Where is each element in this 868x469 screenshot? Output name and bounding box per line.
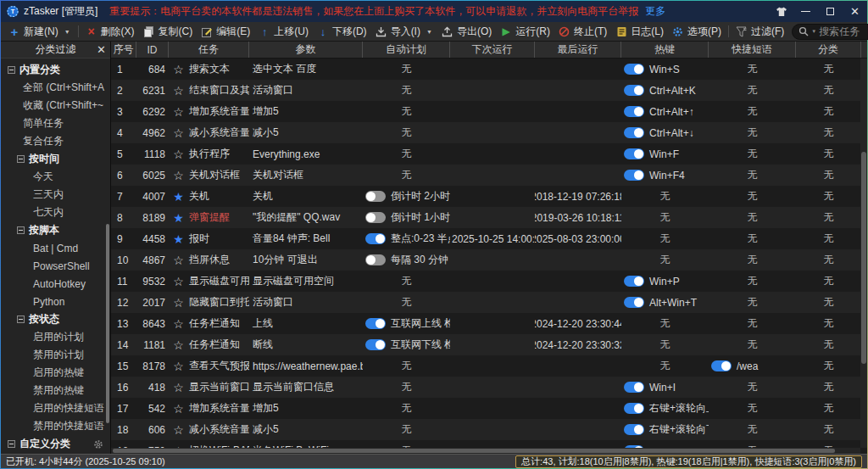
- plan-toggle[interactable]: [365, 318, 386, 329]
- star-outline-icon[interactable]: ☆: [172, 63, 185, 76]
- hotkey-toggle[interactable]: [624, 64, 644, 75]
- star-outline-icon[interactable]: ☆: [172, 402, 185, 416]
- task-row-2[interactable]: 26231☆结束窗口及其进...活动窗口无Ctrl+Alt+K无无: [111, 80, 867, 101]
- toolbar-export-button[interactable]: 导出(O): [437, 23, 496, 41]
- search-box[interactable]: ▼: [792, 24, 868, 40]
- hotkey-toggle[interactable]: [624, 170, 644, 181]
- task-row-6[interactable]: 66025☆关机对话框关机对话框无Win+F4无无: [111, 165, 867, 186]
- toolbar-stop-button[interactable]: 终止(T): [554, 23, 611, 41]
- toolbar-options-button[interactable]: 选项(P): [668, 23, 726, 41]
- task-row-13[interactable]: 138643☆任务栏通知上线互联网上线 检...2024-12-20 23:30…: [111, 313, 867, 334]
- column-header-id[interactable]: ID: [136, 42, 169, 58]
- collapse-minus-icon[interactable]: [17, 315, 25, 323]
- task-row-17[interactable]: 17542☆增加系统音量增加5无右键+滚轮向上无无: [111, 398, 867, 419]
- task-row-11[interactable]: 119532☆显示磁盘可用空...显示磁盘可用空间无Win+P无无: [111, 271, 867, 292]
- gear-icon[interactable]: [93, 439, 103, 449]
- star-outline-icon[interactable]: ☆: [172, 126, 185, 140]
- task-row-5[interactable]: 51118☆执行程序Everything.exe无Win+F无无: [111, 143, 867, 165]
- sidebar-item-今天[interactable]: 今天: [1, 168, 110, 186]
- sidebar-item-Bat | Cmd[interactable]: Bat | Cmd: [1, 239, 110, 257]
- sidebar-item-启用的快捷短语[interactable]: 启用的快捷短语: [1, 399, 110, 417]
- star-outline-icon[interactable]: ☆: [172, 338, 185, 352]
- plan-toggle[interactable]: [365, 254, 386, 265]
- star-outline-icon[interactable]: ☆: [172, 423, 185, 437]
- sidebar-item-全部 (Ctrl+Shift+A[interactable]: 全部 (Ctrl+Shift+A: [1, 79, 110, 97]
- star-outline-icon[interactable]: ☆: [172, 296, 185, 310]
- task-row-9[interactable]: 94458★报时音量84 钟声: Bell整点:0-23 半点:...2025-…: [111, 228, 867, 249]
- hotkey-toggle[interactable]: [624, 403, 644, 414]
- star-outline-icon[interactable]: ☆: [172, 169, 185, 182]
- plan-toggle[interactable]: [365, 233, 386, 244]
- sidebar-item-启用的计划[interactable]: 启用的计划: [1, 328, 110, 346]
- task-row-10[interactable]: 104867☆挡屏休息10分钟 可退出每隔 30 分钟无无无: [111, 249, 867, 271]
- sidebar-item-复合任务[interactable]: 复合任务: [1, 132, 110, 150]
- sidebar-item-PowserShell[interactable]: PowserShell: [1, 257, 110, 275]
- horizontal-scrollbar-thumb[interactable]: [113, 449, 835, 453]
- sidebar-item-禁用的热键[interactable]: 禁用的热键: [1, 382, 110, 399]
- star-outline-icon[interactable]: ☆: [172, 360, 185, 373]
- theme-button[interactable]: [769, 1, 793, 22]
- sidebar-item-收藏 (Ctrl+Shift+~[interactable]: 收藏 (Ctrl+Shift+~: [1, 97, 110, 114]
- collapse-minus-icon[interactable]: [17, 226, 25, 234]
- task-row-4[interactable]: 44962☆减小系统音量减小5无Ctrl+Alt+↓无无: [111, 122, 867, 143]
- star-outline-icon[interactable]: ☆: [172, 254, 185, 267]
- task-row-14[interactable]: 141181☆任务栏通知断线互联网下线 检...2024-12-20 23:30…: [111, 334, 867, 355]
- phrase-toggle[interactable]: [711, 360, 732, 371]
- sidebar-scrollbar[interactable]: [106, 224, 109, 423]
- column-header-param[interactable]: 参数: [249, 42, 363, 58]
- vertical-scrollbar-thumb[interactable]: [861, 152, 866, 364]
- toolbar-run-button[interactable]: ▶运行(R): [496, 23, 554, 41]
- sidebar-group-内置分类[interactable]: 内置分类: [1, 61, 110, 79]
- task-row-1[interactable]: 1684☆搜索文本选中文本 百度无Win+S无无: [111, 59, 867, 80]
- star-filled-icon[interactable]: ★: [172, 232, 185, 246]
- warning-more-link[interactable]: 更多: [645, 4, 665, 19]
- toolbar-copy-button[interactable]: 复制(C): [139, 23, 198, 41]
- sidebar-item-禁用的快捷短语[interactable]: 禁用的快捷短语: [1, 417, 110, 435]
- column-header-next[interactable]: 下次运行: [450, 42, 535, 58]
- toolbar-move-down-button[interactable]: ↓下移(D): [313, 23, 371, 41]
- task-row-7[interactable]: 74007★关机关机倒计时 2小时0...2018-12-19 07:26:18…: [111, 186, 867, 207]
- sidebar-item-Python[interactable]: Python: [1, 293, 110, 310]
- task-row-3[interactable]: 36292☆增加系统音量增加5无Ctrl+Alt+↑无无: [111, 101, 867, 122]
- task-row-12[interactable]: 122017☆隐藏窗口到托盘活动窗口无Alt+Win+T无无: [111, 292, 867, 313]
- hotkey-toggle[interactable]: [624, 276, 644, 287]
- column-header-task[interactable]: 任务: [169, 42, 249, 58]
- collapse-minus-icon[interactable]: [8, 66, 15, 74]
- toolbar-new-button[interactable]: +新建(N): [4, 23, 63, 41]
- hotkey-toggle[interactable]: [624, 297, 644, 308]
- sidebar-item-AutoHotkey[interactable]: AutoHotkey: [1, 275, 110, 293]
- toolbar-move-up-button[interactable]: ↑上移(U): [254, 23, 313, 41]
- column-header-seq[interactable]: 序号: [111, 42, 136, 58]
- horizontal-scrollbar[interactable]: [111, 448, 860, 454]
- toolbar-log-button[interactable]: 日志(L): [611, 23, 668, 41]
- toolbar-import-button[interactable]: 导入(I): [371, 23, 425, 41]
- plan-toggle[interactable]: [365, 339, 386, 350]
- star-filled-icon[interactable]: ★: [172, 190, 185, 204]
- star-outline-icon[interactable]: ☆: [172, 105, 185, 119]
- column-header-phrase[interactable]: 快捷短语: [709, 42, 796, 58]
- sidebar-group-自定义分类[interactable]: 自定义分类: [1, 435, 110, 453]
- sidebar-group-按状态[interactable]: 按状态: [1, 310, 110, 328]
- star-filled-icon[interactable]: ★: [172, 211, 185, 225]
- vertical-scrollbar[interactable]: [860, 59, 867, 448]
- search-input[interactable]: [819, 25, 868, 37]
- star-outline-icon[interactable]: ☆: [172, 84, 185, 98]
- plan-toggle[interactable]: [365, 191, 386, 202]
- toolbar-new-dropdown[interactable]: ▼: [63, 29, 75, 35]
- task-row-8[interactable]: 88189★弹窗提醒"我的提醒" QQ.wav倒计时 1小时0...2019-0…: [111, 207, 867, 228]
- sidebar-item-禁用的计划[interactable]: 禁用的计划: [1, 346, 110, 364]
- close-button[interactable]: ✕: [843, 1, 867, 22]
- sidebar-group-按脚本[interactable]: 按脚本: [1, 221, 110, 239]
- star-outline-icon[interactable]: ☆: [172, 381, 185, 394]
- task-row-15[interactable]: 158178☆查看天气预报https://weathernew.pae.bai.…: [111, 355, 867, 377]
- toolbar-edit-button[interactable]: 编辑(E): [197, 23, 254, 41]
- hotkey-toggle[interactable]: [624, 148, 644, 159]
- hotkey-toggle[interactable]: [624, 106, 644, 117]
- sidebar-group-按时间[interactable]: 按时间: [1, 150, 110, 168]
- toolbar-filter-button[interactable]: 过滤(F): [732, 23, 788, 41]
- hotkey-toggle[interactable]: [624, 127, 644, 138]
- sidebar-item-启用的热键[interactable]: 启用的热键: [1, 364, 110, 382]
- toolbar-delete-button[interactable]: ×删除(X): [81, 23, 139, 41]
- plan-toggle[interactable]: [365, 212, 386, 223]
- toolbar-import-dropdown[interactable]: ▼: [425, 29, 437, 35]
